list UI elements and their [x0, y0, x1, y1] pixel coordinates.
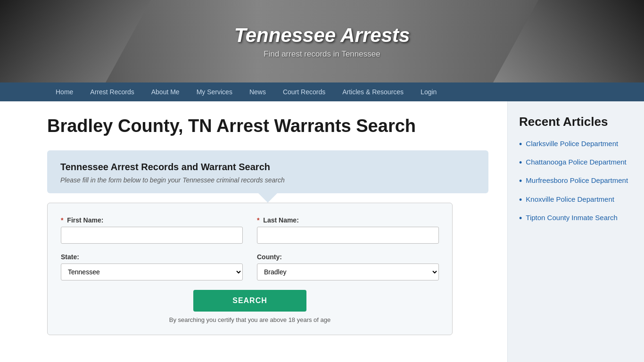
nav-item: My Services	[188, 82, 241, 101]
sidebar-bullet-icon: •	[519, 157, 522, 169]
search-form: * First Name: * Last Name: State:	[47, 203, 453, 335]
nav-item: Arrest Records	[82, 82, 142, 101]
sidebar-title: Recent Articles	[519, 115, 633, 129]
nav-link-arrest-records[interactable]: Arrest Records	[82, 82, 142, 101]
nav-item: About Me	[143, 82, 188, 101]
nav-item: Login	[412, 82, 445, 101]
last-name-input[interactable]	[257, 227, 439, 244]
sidebar-article-link[interactable]: Tipton County Inmate Search	[526, 213, 618, 222]
site-title: Tennessee Arrests	[234, 24, 410, 47]
first-name-label: * First Name:	[61, 216, 243, 224]
last-name-label: * Last Name:	[257, 216, 439, 224]
sidebar-bullet-icon: •	[519, 175, 522, 187]
state-label: State:	[61, 253, 243, 261]
nav-item: Court Records	[274, 82, 334, 101]
triangle-decoration	[258, 193, 277, 203]
sidebar-article-item: •Murfreesboro Police Department	[519, 175, 633, 187]
sidebar-article-link[interactable]: Chattanooga Police Department	[526, 157, 626, 167]
site-header: Tennessee Arrests Find arrest records in…	[0, 0, 644, 82]
search-box-title: Tennessee Arrest Records and Warrant Sea…	[60, 162, 475, 173]
sidebar-bullet-icon: •	[519, 213, 522, 224]
nav-item: Home	[47, 82, 82, 101]
first-name-required-star: *	[61, 216, 63, 224]
nav-link-home[interactable]: Home	[47, 82, 82, 101]
main-container: Bradley County, TN Arrest Warrants Searc…	[0, 101, 644, 362]
sidebar-article-link[interactable]: Clarksville Police Department	[526, 139, 618, 148]
search-box-outer: Tennessee Arrest Records and Warrant Sea…	[47, 150, 488, 193]
search-button[interactable]: SEARCH	[193, 290, 306, 312]
sidebar-article-item: •Clarksville Police Department	[519, 139, 633, 150]
nav-link-login[interactable]: Login	[412, 82, 445, 101]
county-group: County: Bradley	[257, 253, 439, 280]
state-group: State: Tennessee	[61, 253, 243, 280]
sidebar: Recent Articles •Clarksville Police Depa…	[507, 101, 644, 362]
state-select[interactable]: Tennessee	[61, 263, 243, 280]
last-name-group: * Last Name:	[257, 216, 439, 244]
nav-item: News	[241, 82, 274, 101]
last-name-required-star: *	[257, 216, 259, 224]
county-select[interactable]: Bradley	[257, 263, 439, 280]
banner-left-decoration	[0, 0, 151, 82]
location-row: State: Tennessee County: Bradley	[61, 253, 439, 280]
site-subtitle: Find arrest records in Tennessee	[234, 49, 410, 59]
sidebar-bullet-icon: •	[519, 194, 522, 206]
main-nav: HomeArrest RecordsAbout MeMy ServicesNew…	[0, 82, 644, 101]
sidebar-article-link[interactable]: Knoxville Police Department	[526, 194, 614, 204]
nav-link-my-services[interactable]: My Services	[188, 82, 241, 101]
nav-link-news[interactable]: News	[241, 82, 274, 101]
sidebar-bullet-icon: •	[519, 139, 522, 150]
first-name-group: * First Name:	[61, 216, 243, 244]
sidebar-article-item: •Knoxville Police Department	[519, 194, 633, 206]
sidebar-article-link[interactable]: Murfreesboro Police Department	[526, 175, 628, 185]
search-box-subtitle: Please fill in the form below to begin y…	[60, 176, 475, 184]
nav-item: Articles & Resources	[334, 82, 412, 101]
search-disclaimer: By searching you certify that you are ab…	[61, 316, 439, 323]
banner-text-block: Tennessee Arrests Find arrest records in…	[234, 24, 410, 59]
content-area: Bradley County, TN Arrest Warrants Searc…	[0, 101, 507, 362]
first-name-input[interactable]	[61, 227, 243, 244]
nav-link-court-records[interactable]: Court Records	[274, 82, 334, 101]
county-label: County:	[257, 253, 439, 261]
page-title: Bradley County, TN Arrest Warrants Searc…	[47, 115, 488, 137]
sidebar-article-item: •Tipton County Inmate Search	[519, 213, 633, 224]
banner-right-decoration	[493, 0, 644, 82]
articles-list: •Clarksville Police Department•Chattanoo…	[519, 139, 633, 224]
sidebar-article-item: •Chattanooga Police Department	[519, 157, 633, 169]
name-row: * First Name: * Last Name:	[61, 216, 439, 244]
nav-link-articles-&-resources[interactable]: Articles & Resources	[334, 82, 412, 101]
nav-link-about-me[interactable]: About Me	[143, 82, 188, 101]
